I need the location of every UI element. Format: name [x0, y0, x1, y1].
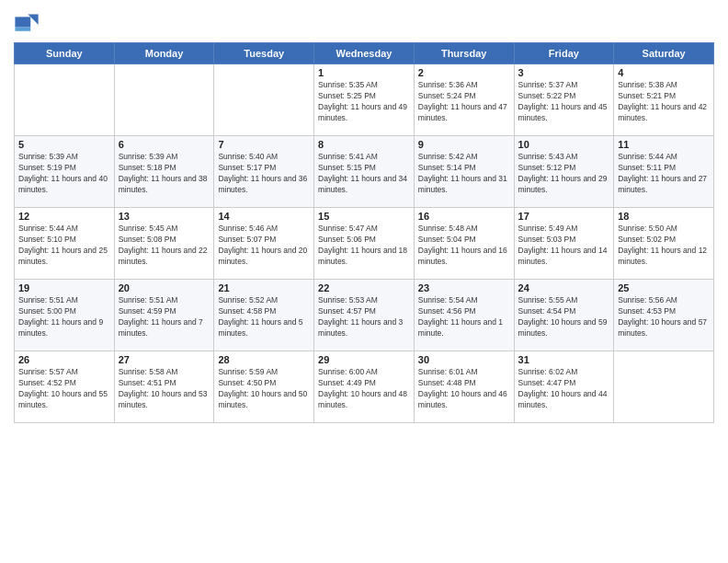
day-number: 5 — [18, 139, 110, 150]
calendar-cell: 5Sunrise: 5:39 AM Sunset: 5:19 PM Daylig… — [15, 136, 115, 208]
day-number: 4 — [618, 67, 710, 78]
day-info: Sunrise: 5:40 AM Sunset: 5:17 PM Dayligh… — [218, 152, 310, 196]
day-number: 26 — [18, 354, 110, 365]
calendar-cell: 25Sunrise: 5:56 AM Sunset: 4:53 PM Dayli… — [614, 280, 714, 351]
svg-rect-3 — [15, 28, 30, 31]
day-number: 24 — [518, 282, 610, 293]
weekday-header-wednesday: Wednesday — [314, 43, 415, 64]
day-number: 3 — [518, 67, 610, 78]
calendar-cell: 10Sunrise: 5:43 AM Sunset: 5:12 PM Dayli… — [514, 136, 614, 208]
day-number: 25 — [618, 282, 710, 293]
day-info: Sunrise: 5:49 AM Sunset: 5:03 PM Dayligh… — [518, 224, 610, 268]
calendar-week-row: 19Sunrise: 5:51 AM Sunset: 5:00 PM Dayli… — [15, 280, 714, 351]
day-info: Sunrise: 5:45 AM Sunset: 5:08 PM Dayligh… — [119, 224, 210, 268]
day-info: Sunrise: 5:44 AM Sunset: 5:11 PM Dayligh… — [618, 152, 710, 196]
day-info: Sunrise: 5:51 AM Sunset: 4:59 PM Dayligh… — [119, 295, 210, 339]
logo — [14, 9, 43, 35]
day-number: 16 — [418, 211, 510, 222]
day-info: Sunrise: 5:39 AM Sunset: 5:19 PM Dayligh… — [18, 152, 110, 196]
calendar-cell: 20Sunrise: 5:51 AM Sunset: 4:59 PM Dayli… — [114, 280, 214, 351]
calendar-cell — [214, 64, 314, 136]
logo-icon — [14, 9, 40, 35]
day-info: Sunrise: 6:00 AM Sunset: 4:49 PM Dayligh… — [318, 367, 410, 411]
day-info: Sunrise: 5:54 AM Sunset: 4:56 PM Dayligh… — [418, 295, 510, 339]
day-info: Sunrise: 5:53 AM Sunset: 4:57 PM Dayligh… — [318, 295, 410, 339]
calendar-cell: 27Sunrise: 5:58 AM Sunset: 4:51 PM Dayli… — [114, 351, 214, 423]
calendar-cell: 21Sunrise: 5:52 AM Sunset: 4:58 PM Dayli… — [214, 280, 314, 351]
weekday-header-thursday: Thursday — [414, 43, 514, 64]
calendar-cell: 12Sunrise: 5:44 AM Sunset: 5:10 PM Dayli… — [15, 208, 115, 280]
calendar-cell: 11Sunrise: 5:44 AM Sunset: 5:11 PM Dayli… — [614, 136, 714, 208]
calendar-week-row: 12Sunrise: 5:44 AM Sunset: 5:10 PM Dayli… — [15, 208, 714, 280]
calendar-cell: 17Sunrise: 5:49 AM Sunset: 5:03 PM Dayli… — [514, 208, 614, 280]
day-number: 23 — [418, 282, 510, 293]
day-info: Sunrise: 5:35 AM Sunset: 5:25 PM Dayligh… — [318, 80, 410, 124]
calendar-table: SundayMondayTuesdayWednesdayThursdayFrid… — [14, 42, 714, 423]
calendar-cell: 13Sunrise: 5:45 AM Sunset: 5:08 PM Dayli… — [114, 208, 214, 280]
calendar-cell: 29Sunrise: 6:00 AM Sunset: 4:49 PM Dayli… — [314, 351, 415, 423]
day-info: Sunrise: 6:01 AM Sunset: 4:48 PM Dayligh… — [418, 367, 510, 411]
calendar-cell: 19Sunrise: 5:51 AM Sunset: 5:00 PM Dayli… — [15, 280, 115, 351]
calendar-week-row: 1Sunrise: 5:35 AM Sunset: 5:25 PM Daylig… — [15, 64, 714, 136]
day-number: 10 — [518, 139, 610, 150]
calendar-cell: 24Sunrise: 5:55 AM Sunset: 4:54 PM Dayli… — [514, 280, 614, 351]
weekday-header-sunday: Sunday — [15, 43, 115, 64]
calendar-cell: 2Sunrise: 5:36 AM Sunset: 5:24 PM Daylig… — [414, 64, 514, 136]
weekday-header-saturday: Saturday — [614, 43, 714, 64]
day-info: Sunrise: 5:48 AM Sunset: 5:04 PM Dayligh… — [418, 224, 510, 268]
day-number: 30 — [418, 354, 510, 365]
day-info: Sunrise: 5:42 AM Sunset: 5:14 PM Dayligh… — [418, 152, 510, 196]
day-number: 6 — [119, 139, 210, 150]
day-number: 14 — [218, 211, 310, 222]
calendar-cell: 9Sunrise: 5:42 AM Sunset: 5:14 PM Daylig… — [414, 136, 514, 208]
day-number: 1 — [318, 67, 410, 78]
day-info: Sunrise: 5:39 AM Sunset: 5:18 PM Dayligh… — [119, 152, 210, 196]
calendar-week-row: 5Sunrise: 5:39 AM Sunset: 5:19 PM Daylig… — [15, 136, 714, 208]
weekday-header-tuesday: Tuesday — [214, 43, 314, 64]
day-number: 20 — [119, 282, 210, 293]
weekday-header-row: SundayMondayTuesdayWednesdayThursdayFrid… — [15, 43, 714, 64]
calendar-cell: 22Sunrise: 5:53 AM Sunset: 4:57 PM Dayli… — [314, 280, 415, 351]
day-info: Sunrise: 5:47 AM Sunset: 5:06 PM Dayligh… — [318, 224, 410, 268]
calendar-cell — [15, 64, 115, 136]
calendar-cell — [114, 64, 214, 136]
calendar-cell: 28Sunrise: 5:59 AM Sunset: 4:50 PM Dayli… — [214, 351, 314, 423]
calendar-week-row: 26Sunrise: 5:57 AM Sunset: 4:52 PM Dayli… — [15, 351, 714, 423]
main-container: SundayMondayTuesdayWednesdayThursdayFrid… — [0, 0, 728, 563]
calendar-cell: 3Sunrise: 5:37 AM Sunset: 5:22 PM Daylig… — [514, 64, 614, 136]
day-info: Sunrise: 5:41 AM Sunset: 5:15 PM Dayligh… — [318, 152, 410, 196]
calendar-cell: 30Sunrise: 6:01 AM Sunset: 4:48 PM Dayli… — [414, 351, 514, 423]
day-info: Sunrise: 5:56 AM Sunset: 4:53 PM Dayligh… — [618, 295, 710, 339]
calendar-cell: 14Sunrise: 5:46 AM Sunset: 5:07 PM Dayli… — [214, 208, 314, 280]
day-number: 22 — [318, 282, 410, 293]
day-info: Sunrise: 5:36 AM Sunset: 5:24 PM Dayligh… — [418, 80, 510, 124]
day-number: 17 — [518, 211, 610, 222]
svg-rect-2 — [15, 17, 30, 27]
calendar-cell: 4Sunrise: 5:38 AM Sunset: 5:21 PM Daylig… — [614, 64, 714, 136]
day-info: Sunrise: 5:37 AM Sunset: 5:22 PM Dayligh… — [518, 80, 610, 124]
day-info: Sunrise: 5:44 AM Sunset: 5:10 PM Dayligh… — [18, 224, 110, 268]
day-info: Sunrise: 5:51 AM Sunset: 5:00 PM Dayligh… — [18, 295, 110, 339]
day-number: 2 — [418, 67, 510, 78]
day-info: Sunrise: 5:50 AM Sunset: 5:02 PM Dayligh… — [618, 224, 710, 268]
day-info: Sunrise: 5:57 AM Sunset: 4:52 PM Dayligh… — [18, 367, 110, 411]
day-info: Sunrise: 5:38 AM Sunset: 5:21 PM Dayligh… — [618, 80, 710, 124]
day-info: Sunrise: 5:52 AM Sunset: 4:58 PM Dayligh… — [218, 295, 310, 339]
calendar-cell: 26Sunrise: 5:57 AM Sunset: 4:52 PM Dayli… — [15, 351, 115, 423]
day-info: Sunrise: 5:46 AM Sunset: 5:07 PM Dayligh… — [218, 224, 310, 268]
day-number: 18 — [618, 211, 710, 222]
day-number: 27 — [119, 354, 210, 365]
day-info: Sunrise: 6:02 AM Sunset: 4:47 PM Dayligh… — [518, 367, 610, 411]
day-number: 8 — [318, 139, 410, 150]
calendar-cell: 16Sunrise: 5:48 AM Sunset: 5:04 PM Dayli… — [414, 208, 514, 280]
day-info: Sunrise: 5:43 AM Sunset: 5:12 PM Dayligh… — [518, 152, 610, 196]
day-number: 12 — [18, 211, 110, 222]
header — [14, 9, 714, 35]
calendar-cell: 15Sunrise: 5:47 AM Sunset: 5:06 PM Dayli… — [314, 208, 415, 280]
day-info: Sunrise: 5:58 AM Sunset: 4:51 PM Dayligh… — [119, 367, 210, 411]
day-number: 29 — [318, 354, 410, 365]
day-number: 9 — [418, 139, 510, 150]
day-info: Sunrise: 5:55 AM Sunset: 4:54 PM Dayligh… — [518, 295, 610, 339]
day-number: 11 — [618, 139, 710, 150]
day-number: 7 — [218, 139, 310, 150]
